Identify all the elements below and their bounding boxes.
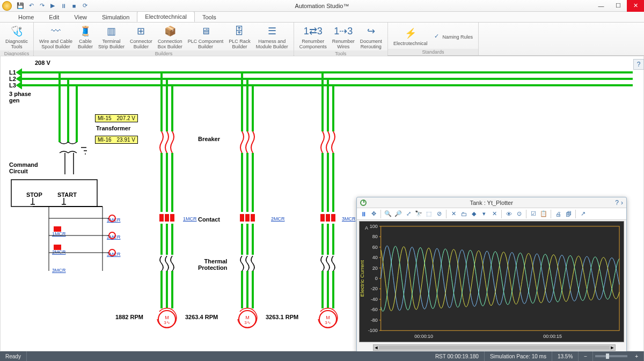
scroll-right-icon[interactable]: ► — [610, 345, 615, 350]
plotter-tool-0[interactable]: ⏸ — [359, 210, 368, 218]
tab-edit[interactable]: Edit — [41, 12, 67, 22]
ribbon-naming-rules-button[interactable]: ✓Naming Rules — [430, 24, 475, 49]
zoom-in-icon[interactable]: + — [630, 351, 644, 361]
diagram-canvas[interactable]: 208 V L1 L2 L3 3 phase gen MI-15207.2 V … — [0, 56, 644, 351]
ribbon-terminal-strip-builder-button[interactable]: ▥Terminal Strip Builder — [96, 24, 127, 50]
plotter-titlebar[interactable]: Tank : Yt_Plotter ? › — [357, 197, 626, 208]
plotter-tool-13[interactable]: ▾ — [480, 210, 488, 218]
plotter-tool-22[interactable]: 🖨 — [554, 210, 562, 218]
svg-text:-100: -100 — [368, 328, 378, 333]
qat-refresh-icon[interactable]: ⟳ — [80, 2, 89, 10]
plotter-tool-5[interactable]: ⤢ — [404, 210, 413, 218]
status-bar: Ready RST 00:00:19.180 Simulation Pace: … — [0, 351, 644, 361]
svg-rect-12 — [240, 214, 244, 222]
plotter-tool-23[interactable]: 🗐 — [564, 210, 573, 218]
svg-rect-24 — [360, 222, 624, 341]
svg-text:3∿: 3∿ — [244, 320, 250, 325]
ribbon-cable-builder-button[interactable]: 🧵Cable Builder — [76, 24, 95, 50]
title-bar: 💾 ↶ ↷ ▶ ⏸ ■ ⟳ Automation Studio™ — ☐ ✕ — [0, 0, 644, 12]
minimize-button[interactable]: — — [592, 0, 610, 12]
plotter-tool-1[interactable]: ✥ — [369, 210, 378, 218]
close-button[interactable]: ✕ — [627, 0, 644, 12]
plotter-tool-20[interactable]: 📋 — [539, 210, 548, 218]
maximize-button[interactable]: ☐ — [610, 0, 627, 12]
plotter-tool-10[interactable]: ✕ — [449, 210, 458, 218]
ribbon-connector-builder-button[interactable]: ⊞Connector Builder — [128, 24, 155, 50]
qat-redo-icon[interactable]: ↷ — [38, 2, 46, 10]
tab-electrotechnical[interactable]: Electrotechnical — [137, 11, 195, 22]
plotter-tool-7[interactable]: ⬚ — [425, 210, 433, 218]
svg-text:-80: -80 — [371, 318, 378, 323]
document-icon: ↪ — [364, 25, 377, 38]
tab-home[interactable]: Home — [11, 12, 41, 22]
electrotechnical-icon: ⚡ — [404, 27, 417, 40]
plotter-tool-4[interactable]: 🔎 — [394, 210, 402, 218]
ribbon-renumber-wires-button[interactable]: 1⇢3Renumber Wires — [330, 24, 357, 50]
plotter-tool-16[interactable]: 👁 — [504, 210, 513, 218]
collapse-help-tab[interactable]: ? — [633, 59, 644, 70]
tab-tools[interactable]: Tools — [195, 12, 224, 22]
svg-rect-18 — [320, 214, 325, 222]
zoom-out-icon[interactable]: − — [579, 351, 593, 361]
connection-icon: 📦 — [164, 25, 177, 38]
ribbon-group-builders: 〰Wire and Cable Spool Builder🧵Cable Buil… — [34, 23, 294, 55]
ribbon-plc-component-builder-button[interactable]: 🖥PLC Component Builder — [186, 24, 226, 50]
plotter-tool-12[interactable]: ◆ — [470, 210, 478, 218]
renumber-icon: 1⇢3 — [337, 25, 350, 38]
svg-rect-19 — [326, 214, 330, 222]
ribbon-connection-box-builder-button[interactable]: 📦Connection Box Builder — [156, 24, 185, 50]
ribbon-plc-rack-builder-button[interactable]: 🗄PLC Rack Builder — [226, 24, 253, 50]
terminal-icon: ▥ — [105, 25, 118, 38]
svg-text:0: 0 — [375, 276, 378, 281]
ribbon-electrotechnical-button[interactable]: ⚡Electrotechnical — [391, 24, 430, 49]
ribbon-harness-and-module-builder-button[interactable]: ☰Harness and Module Builder — [254, 24, 290, 50]
ribbon-tab-strip: Home Edit View Simulation Electrotechnic… — [0, 12, 644, 23]
svg-text:20: 20 — [372, 266, 378, 271]
qat-pause-icon[interactable]: ⏸ — [59, 2, 68, 10]
scroll-thumb[interactable] — [379, 345, 610, 350]
naming rules-icon: ✓ — [433, 33, 440, 40]
plotter-tool-19[interactable]: ☑ — [529, 210, 538, 218]
ribbon-group-standards: ⚡Electrotechnical✓Naming RulesStandards — [388, 23, 479, 55]
plotter-tool-11[interactable]: 🗀 — [459, 210, 468, 218]
svg-text:-60: -60 — [371, 307, 378, 312]
svg-text:-40: -40 — [371, 297, 378, 302]
svg-text:100: 100 — [370, 224, 378, 229]
plotter-tool-6[interactable]: 🔭 — [414, 210, 423, 218]
svg-text:60: 60 — [372, 245, 378, 250]
qat-stop-icon[interactable]: ■ — [70, 2, 78, 10]
plotter-help-icon[interactable]: ? — [615, 199, 619, 207]
svg-text:M: M — [326, 315, 330, 320]
qat-play-icon[interactable]: ▶ — [48, 2, 57, 10]
svg-text:40: 40 — [372, 255, 378, 260]
svg-text:3∿: 3∿ — [325, 320, 331, 325]
plotter-window[interactable]: Tank : Yt_Plotter ? › ⏸✥🔍🔎⤢🔭⬚⊘✕🗀◆▾✕👁⊙☑📋🖨… — [356, 197, 627, 352]
plotter-chart[interactable]: 100806040200-20-40-60-80-100AElectric Cu… — [359, 221, 624, 342]
svg-text:M: M — [245, 315, 250, 320]
ribbon-renumber-components-button[interactable]: 1⇄3Renumber Components — [297, 24, 329, 50]
ribbon-group-tools: 1⇄3Renumber Components1⇢3Renumber Wires↪… — [294, 23, 388, 55]
tab-view[interactable]: View — [67, 12, 94, 22]
tab-simulation[interactable]: Simulation — [94, 12, 137, 22]
qat-undo-icon[interactable]: ↶ — [27, 2, 35, 10]
svg-rect-14 — [251, 214, 255, 222]
plotter-time-scrollbar[interactable]: ◄ ► — [373, 344, 616, 351]
svg-text:-20: -20 — [371, 286, 378, 291]
status-rst: RST 00:00:19.180 — [430, 351, 485, 361]
svg-rect-7 — [165, 214, 169, 222]
plotter-tool-17[interactable]: ⊙ — [515, 210, 523, 218]
plotter-tool-3[interactable]: 🔍 — [384, 210, 392, 218]
plotter-power-icon[interactable] — [360, 200, 367, 206]
zoom-slider[interactable] — [595, 355, 627, 357]
plc rack-icon: 🗄 — [233, 25, 246, 38]
plotter-tool-25[interactable]: ↗ — [579, 210, 587, 218]
qat-save-icon[interactable]: 💾 — [16, 2, 25, 10]
ribbon-diagnostic-tools-button[interactable]: 🩺Diagnostic Tools — [3, 24, 30, 50]
ribbon-document-rerouting-button[interactable]: ↪Document Rerouting — [358, 24, 384, 50]
scroll-left-icon[interactable]: ◄ — [374, 345, 379, 350]
ribbon-wire-and-cable-spool-builder-button[interactable]: 〰Wire and Cable Spool Builder — [37, 24, 75, 50]
svg-rect-4 — [54, 227, 61, 231]
plotter-expand-icon[interactable]: › — [621, 199, 623, 207]
plotter-tool-8[interactable]: ⊘ — [435, 210, 443, 218]
plotter-tool-14[interactable]: ✕ — [490, 210, 499, 218]
